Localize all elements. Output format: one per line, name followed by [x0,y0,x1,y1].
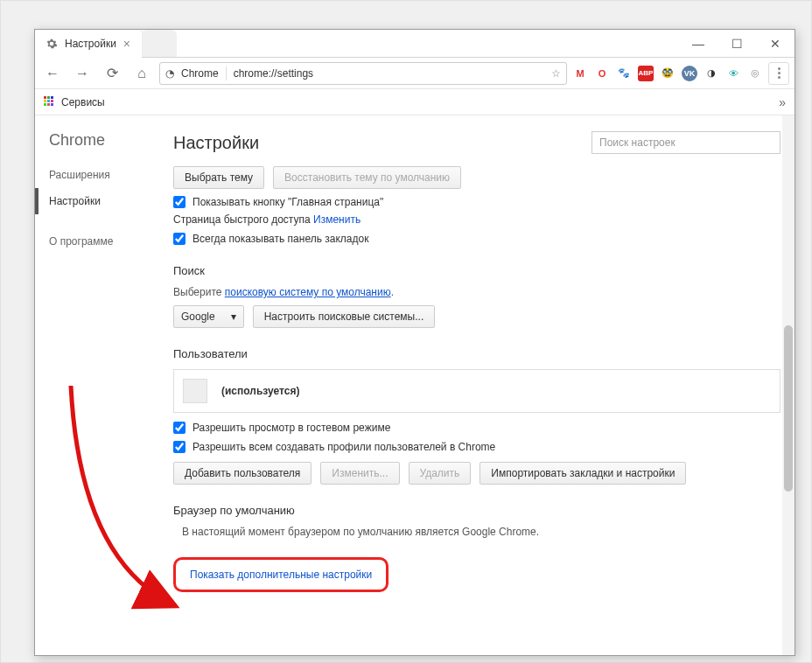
eye-icon[interactable]: 👁 [725,66,741,81]
opera-icon[interactable]: O [594,66,610,81]
show-home-button-checkbox[interactable]: Показывать кнопку "Главная страница" [173,196,780,208]
address-bar: ← → ⟳ ⌂ ◔ Chrome chrome://settings ☆ M O… [35,58,794,89]
omnibox-divider [226,66,227,80]
close-button[interactable]: ✕ [756,30,794,58]
show-home-button-input[interactable] [173,196,186,208]
main-panel: Настройки Поиск настроек Выбрать тему Во… [166,115,794,655]
reset-theme-button[interactable]: Восстановить тему по умолчанию [273,166,461,189]
bookmarks-overflow-icon[interactable]: » [779,95,786,109]
reload-button[interactable]: ⟳ [100,61,124,86]
advanced-link-highlight: Показать дополнительные настройки [173,557,388,592]
show-home-button-label: Показывать кнопку "Главная страница" [192,196,383,208]
forward-button[interactable]: → [70,61,94,86]
show-bookmarks-bar-label: Всегда показывать панель закладок [192,233,368,245]
gmail-icon[interactable]: M [572,66,588,81]
home-page-text: Страница быстрого доступа [173,213,311,226]
section-search: Поиск Выберите поисковую систему по умол… [173,264,780,328]
minimize-button[interactable]: — [679,30,718,58]
protocol-label: Chrome [181,67,219,80]
tab-settings[interactable]: Настройки × [35,30,144,58]
search-choose-prefix: Выберите [173,286,221,298]
choose-theme-button[interactable]: Выбрать тему [173,166,264,189]
extension-icons: M O 🐾 ABP 🥸 VK ◑ 👁 ◎ [572,66,763,81]
home-page-row: Страница быстрого доступа Изменить [173,213,780,226]
search-engine-value: Google [181,311,215,323]
default-browser-status: В настоящий момент браузером по умолчани… [182,526,780,538]
current-user-label: (используется) [221,385,299,397]
bookmarks-bar: Сервисы » [35,89,794,115]
section-default-browser: Браузер по умолчанию В настоящий момент … [173,504,780,538]
show-advanced-link[interactable]: Показать дополнительные настройки [190,563,372,586]
edit-user-button[interactable]: Изменить... [320,462,399,485]
brand-label: Chrome [35,131,166,162]
sidebar: Chrome Расширения Настройки О программе [35,115,166,655]
section-appearance: Выбрать тему Восстановить тему по умолча… [173,166,780,245]
section-users: Пользователи (используется) Разрешить пр… [173,347,780,485]
scrollbar[interactable] [782,115,794,655]
home-page-change-link[interactable]: Изменить [313,213,360,226]
services-link[interactable]: Сервисы [61,96,105,108]
delete-user-button[interactable]: Удалить [409,462,472,485]
allow-add-profiles-label: Разрешить всем создавать профили пользов… [192,441,495,453]
page-title: Настройки [173,133,259,153]
ext-round2-icon[interactable]: ◎ [747,66,763,81]
vk-icon[interactable]: VK [682,66,697,81]
settings-search-input[interactable]: Поиск настроек [592,131,780,154]
allow-guest-label: Разрешить просмотр в гостевом режиме [192,422,390,434]
ext-round1-icon[interactable]: ◑ [704,66,719,81]
search-engine-select[interactable]: Google ▾ [173,305,244,328]
current-user-row[interactable]: (используется) [173,369,780,413]
content-area: Chrome Расширения Настройки О программе … [35,115,794,655]
show-bookmarks-bar-checkbox[interactable]: Всегда показывать панель закладок [173,233,780,245]
tab-close-icon[interactable]: × [123,37,130,51]
search-heading: Поиск [173,264,780,277]
tab-title: Настройки [65,38,116,50]
allow-add-profiles-input[interactable] [173,441,186,453]
default-search-engine-link[interactable]: поисковую систему по умолчанию [225,286,391,298]
home-button[interactable]: ⌂ [130,61,154,86]
browser-window: Настройки × — ☐ ✕ ← → ⟳ ⌂ ◔ Chrome chrom… [34,29,795,656]
menu-button[interactable] [768,62,789,85]
allow-add-profiles-checkbox[interactable]: Разрешить всем создавать профили пользов… [173,441,780,453]
abp-icon[interactable]: ABP [638,66,654,81]
url-text: chrome://settings [234,67,313,80]
default-browser-heading: Браузер по умолчанию [173,504,780,517]
scrollbar-thumb[interactable] [784,325,793,492]
paw-icon[interactable]: 🐾 [616,66,632,81]
add-user-button[interactable]: Добавить пользователя [173,462,312,485]
back-button[interactable]: ← [40,61,65,86]
avatar [183,379,207,403]
chevron-down-icon: ▾ [231,311,236,323]
sidebar-item-extensions[interactable]: Расширения [35,162,166,188]
show-bookmarks-bar-input[interactable] [173,233,186,245]
gear-icon [46,38,58,50]
import-bookmarks-button[interactable]: Импортировать закладки и настройки [480,462,686,485]
bookmark-star-icon[interactable]: ☆ [551,67,561,80]
users-heading: Пользователи [173,347,780,360]
allow-guest-checkbox[interactable]: Разрешить просмотр в гостевом режиме [173,422,780,434]
omnibox[interactable]: ◔ Chrome chrome://settings ☆ [159,62,567,85]
allow-guest-input[interactable] [173,422,186,434]
mask-icon[interactable]: 🥸 [660,66,676,81]
new-tab-ghost[interactable] [142,30,177,58]
sidebar-item-settings[interactable]: Настройки [35,188,166,214]
sidebar-item-about[interactable]: О программе [35,228,166,255]
apps-icon[interactable] [44,96,56,108]
maximize-button[interactable]: ☐ [718,30,756,58]
titlebar: Настройки × — ☐ ✕ [35,30,794,58]
manage-search-engines-button[interactable]: Настроить поисковые системы... [253,305,436,328]
settings-search-placeholder: Поиск настроек [599,136,676,149]
page-info-icon[interactable]: ◔ [165,67,174,80]
